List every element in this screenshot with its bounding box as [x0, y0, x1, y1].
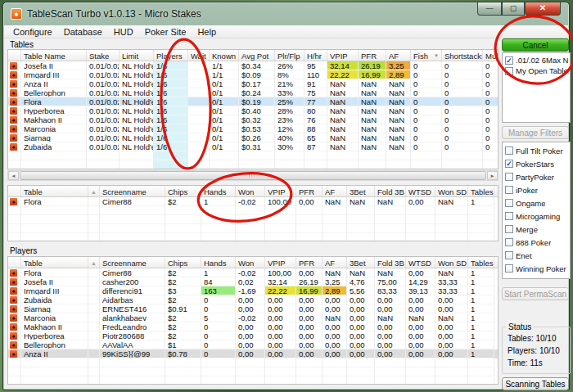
checkbox-item[interactable]: Ongame: [503, 196, 569, 210]
column-header[interactable]: Limit: [120, 50, 154, 61]
column-header[interactable]: ▲: [88, 186, 100, 196]
table-row[interactable]: ♠Hyperborea0.01/0.02NL Hold'em1/60/1$0.4…: [8, 106, 498, 115]
column-header[interactable]: Table: [21, 186, 88, 196]
table-row[interactable]: ♠Bellerophon0.01/0.02NL Hold'em1/60/1$0.…: [8, 88, 498, 97]
table-row[interactable]: ♠Josefa II0.01/0.02NL Hold'em1/61/1$0.34…: [8, 61, 498, 70]
table-row[interactable]: ♠Anza II0.01/0.02NL Hold'em1/60/1$0.1721…: [8, 79, 498, 88]
checkbox-item[interactable]: PartyPoker: [503, 170, 569, 183]
column-header[interactable]: Won SD: [435, 186, 468, 196]
unchecked-checkbox-icon[interactable]: [505, 251, 513, 259]
column-header[interactable]: 3Bet: [347, 186, 375, 196]
column-header[interactable]: Screenname: [100, 257, 165, 268]
unchecked-checkbox-icon[interactable]: [505, 146, 513, 155]
filter-dropdown-icon[interactable]: ▼: [434, 53, 439, 58]
h-scrollbar[interactable]: ◂ ▸: [7, 170, 499, 181]
table-row[interactable]: ♠Zubaida0.01/0.02NL Hold'em1/60/1$0.3130…: [8, 142, 498, 151]
column-header[interactable]: Hands: [201, 257, 236, 268]
column-header[interactable]: PFR: [296, 186, 323, 196]
column-header[interactable]: Fold 3B: [375, 186, 406, 196]
table-row[interactable]: [8, 206, 498, 215]
icon-column-header[interactable]: [8, 50, 21, 61]
column-header[interactable]: Wait: [188, 50, 210, 61]
table-row[interactable]: [8, 376, 498, 385]
unchecked-checkbox-icon[interactable]: [505, 225, 513, 233]
column-header[interactable]: 3Bet: [347, 257, 375, 268]
column-header[interactable]: Won: [236, 257, 265, 268]
column-header[interactable]: Fish▼: [411, 50, 442, 61]
table-row[interactable]: ♠FloraCimer88$21-0,02100,000,00NaNNaNNaN…: [8, 197, 498, 206]
table-row[interactable]: ♠Irmgard IIIdifferenci91$3163-1,6922,221…: [8, 286, 498, 295]
cancel-button[interactable]: Cancel: [502, 38, 569, 52]
column-header[interactable]: Fold 3B: [375, 257, 406, 268]
scanning-tables-button[interactable]: Scanning Tables: [502, 377, 569, 390]
column-header[interactable]: Won: [236, 186, 265, 196]
table-row[interactable]: ♠ZubaidaAidarbas$200,000,000,000,000,000…: [8, 295, 498, 304]
column-header[interactable]: Known: [210, 50, 239, 61]
menu-item-help[interactable]: Help: [192, 27, 222, 37]
checkbox-item[interactable]: Merge: [503, 223, 569, 236]
table-row[interactable]: ♠Makhaon IIFredLeandro$200,000,000,000,0…: [8, 322, 498, 331]
table-row[interactable]: [8, 160, 498, 169]
column-header[interactable]: AF: [323, 186, 347, 196]
table-row[interactable]: [8, 233, 498, 241]
column-header[interactable]: ▲: [88, 257, 100, 268]
column-header[interactable]: Avg Pot: [239, 50, 275, 61]
column-header[interactable]: VPIP: [327, 50, 359, 61]
menu-item-hud[interactable]: HUD: [108, 27, 139, 37]
table-row[interactable]: [8, 224, 498, 233]
column-header[interactable]: H/hr: [305, 50, 327, 61]
column-header[interactable]: PFR: [296, 257, 323, 268]
checkbox-item[interactable]: iPoker: [503, 183, 569, 196]
menu-item-database[interactable]: Database: [58, 27, 108, 37]
table-row[interactable]: ♠Irmgard III0.01/0.02NL Hold'em1/61/1$0.…: [8, 70, 498, 79]
unchecked-checkbox-icon[interactable]: [505, 238, 513, 246]
table-row[interactable]: ♠SiarnaqERNEST416$0.9100,000,000,000,000…: [8, 304, 498, 313]
column-header[interactable]: Table Name: [21, 50, 87, 61]
table-row[interactable]: ♠HyperboreaPiotr280688$200,000,000,000,0…: [8, 331, 498, 340]
manage-filters-button[interactable]: Manage Filters: [502, 126, 569, 139]
unchecked-checkbox-icon[interactable]: [505, 186, 513, 194]
column-header[interactable]: WTSD: [406, 186, 435, 196]
checkbox-item[interactable]: Full Tilt Poker: [503, 144, 569, 157]
checkbox-item[interactable]: 888 Poker: [503, 236, 569, 249]
scroll-left-icon[interactable]: ◂: [8, 171, 19, 180]
minimize-icon[interactable]: —: [477, 2, 502, 16]
column-header[interactable]: Chips: [165, 186, 201, 196]
unchecked-checkbox-icon[interactable]: [505, 67, 513, 75]
table-row[interactable]: ♠BellerophonAAValAA$100,000,000,000,000,…: [8, 340, 498, 349]
table-row[interactable]: ♠Marconiaalankhabaev$25-0,020,000,00NaN0…: [8, 313, 498, 322]
menu-item-poker-site[interactable]: Poker Site: [139, 27, 192, 37]
column-header[interactable]: Screenname: [100, 186, 165, 196]
table-row[interactable]: [8, 358, 498, 367]
maximize-icon[interactable]: ▢: [502, 2, 525, 16]
column-header[interactable]: Hands: [201, 186, 236, 196]
checked-checkbox-icon[interactable]: ✓: [505, 160, 513, 168]
column-header[interactable]: Won SD: [435, 257, 468, 268]
column-header[interactable]: WTSD: [406, 257, 435, 268]
checkbox-item[interactable]: My Open Tables: [503, 65, 569, 76]
title-bar[interactable]: ♠ TableScan Turbo v1.0.13 - Micro Stakes…: [3, 2, 569, 25]
column-header[interactable]: Tables: [468, 186, 494, 196]
checkbox-item[interactable]: Winning Poker: [503, 262, 569, 275]
close-icon[interactable]: ✕: [525, 2, 561, 16]
table-row[interactable]: [8, 215, 498, 224]
checkbox-item[interactable]: Enet: [503, 249, 569, 262]
icon-column-header[interactable]: [8, 186, 21, 196]
unchecked-checkbox-icon[interactable]: [505, 212, 513, 220]
column-header[interactable]: Tables: [468, 257, 494, 268]
scroll-thumb[interactable]: [20, 171, 486, 180]
unchecked-checkbox-icon[interactable]: [505, 264, 513, 273]
table-row[interactable]: ♠FloraCimer88$21-0,02100,000,00NaNNaNNaN…: [8, 268, 498, 277]
table-row[interactable]: ♠Makhaon II0.01/0.02NL Hold'em1/60/1$0.3…: [8, 115, 498, 124]
column-header[interactable]: Shortstacks: [442, 50, 483, 61]
column-header[interactable]: Stake: [87, 50, 120, 61]
table-row[interactable]: ♠Anza II99KiSS}{@99$0.7800,000,000,000,0…: [8, 349, 498, 358]
checkbox-item[interactable]: Microgaming: [503, 210, 569, 223]
unchecked-checkbox-icon[interactable]: [505, 173, 513, 181]
column-header[interactable]: Table: [21, 257, 88, 268]
column-header[interactable]: VPIP: [265, 186, 296, 196]
start-permascan-button[interactable]: Start PermaScan: [502, 287, 569, 300]
column-header[interactable]: Chips: [165, 257, 201, 268]
menu-item-configure[interactable]: Configure: [7, 27, 58, 37]
table-row[interactable]: ♠Marconia0.01/0.02NL Hold'em1/60/1$0.531…: [8, 124, 498, 133]
